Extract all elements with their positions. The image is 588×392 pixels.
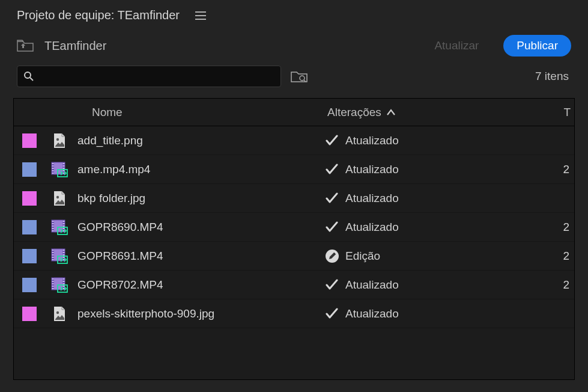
table-header: Nome Alterações T — [14, 99, 574, 126]
status-text: Atualizado — [345, 163, 399, 176]
panel-title: Projeto de equipe: TEamfinder — [17, 8, 180, 22]
status-cell: Atualizado — [325, 278, 553, 292]
check-icon — [325, 221, 339, 233]
svg-rect-10 — [52, 168, 54, 169]
status-cell: Atualizado — [325, 134, 553, 147]
svg-rect-53 — [52, 281, 54, 282]
search-input[interactable] — [39, 71, 274, 82]
status-cell: Atualizado — [325, 192, 553, 205]
panel-header: Projeto de equipe: TEamfinder — [0, 0, 588, 31]
check-icon — [325, 164, 339, 176]
status-text: Atualizado — [345, 192, 399, 205]
svg-rect-57 — [63, 278, 65, 280]
status-cell: Edição — [325, 249, 553, 263]
image-file-icon — [44, 305, 75, 322]
table-row[interactable]: add_title.pngAtualizado — [14, 126, 574, 155]
label-chip[interactable] — [22, 249, 37, 263]
svg-rect-37 — [52, 250, 54, 251]
breadcrumb-project[interactable]: TEamfinder — [44, 39, 106, 53]
status-text: Atualizado — [345, 134, 399, 147]
status-text: Atualizado — [345, 307, 399, 320]
svg-rect-27 — [52, 230, 54, 231]
svg-rect-38 — [52, 252, 54, 253]
svg-rect-40 — [52, 257, 54, 258]
svg-rect-8 — [52, 163, 54, 164]
search-box[interactable] — [17, 66, 281, 87]
label-chip[interactable] — [22, 278, 37, 292]
label-chip[interactable] — [22, 162, 37, 177]
status-text: Atualizado — [345, 221, 399, 234]
column-header-changes[interactable]: Alterações — [325, 106, 553, 119]
item-count: 7 itens — [535, 70, 571, 83]
table-row[interactable]: GOPR8691.MP4Edição2 — [14, 242, 574, 271]
svg-rect-28 — [63, 221, 65, 222]
table-row[interactable]: GOPR8690.MP4Atualizado2 — [14, 213, 574, 242]
video-file-icon — [44, 248, 75, 265]
extra-cell: 2 — [553, 250, 574, 263]
status-cell: Atualizado — [325, 307, 553, 320]
edit-icon — [325, 249, 339, 263]
svg-rect-24 — [52, 223, 54, 224]
status-cell: Atualizado — [325, 163, 553, 176]
table-row[interactable]: pexels-skitterphoto-909.jpgAtualizado — [14, 299, 574, 328]
svg-rect-9 — [52, 165, 54, 167]
svg-rect-60 — [63, 286, 65, 287]
svg-rect-15 — [63, 168, 65, 169]
svg-rect-54 — [52, 283, 54, 284]
publish-button[interactable]: Publicar — [503, 35, 571, 57]
label-chip[interactable] — [22, 220, 37, 234]
extra-cell: 2 — [553, 221, 574, 234]
label-chip[interactable] — [22, 307, 37, 321]
search-icon — [23, 71, 34, 82]
toolbar: TEamfinder Atualizar Publicar — [0, 31, 588, 63]
table-row[interactable]: ame.mp4.mp4Atualizado2 — [14, 155, 574, 184]
status-text: Atualizado — [345, 278, 399, 292]
svg-rect-11 — [52, 170, 54, 171]
svg-point-4 — [56, 138, 59, 140]
extra-cell: 2 — [553, 163, 574, 176]
folder-up-icon[interactable] — [17, 39, 34, 52]
extra-cell: 2 — [553, 278, 574, 292]
table-row[interactable]: GOPR8702.MP4Atualizado2 — [14, 271, 574, 299]
svg-rect-59 — [63, 283, 65, 284]
svg-point-2 — [300, 76, 305, 81]
svg-rect-13 — [63, 163, 65, 164]
svg-rect-16 — [63, 170, 65, 171]
update-button[interactable]: Atualizar — [420, 34, 493, 57]
svg-rect-39 — [52, 254, 54, 256]
new-bin-icon[interactable] — [291, 70, 308, 83]
label-chip[interactable] — [22, 133, 37, 148]
file-name: GOPR8691.MP4 — [75, 250, 325, 263]
svg-rect-31 — [63, 228, 65, 229]
column-header-extra[interactable]: T — [553, 106, 574, 119]
svg-rect-42 — [63, 250, 65, 251]
file-name: ame.mp4.mp4 — [75, 163, 325, 176]
column-header-name-label: Nome — [92, 106, 123, 119]
file-name: bkp folder.jpg — [75, 192, 325, 205]
image-file-icon — [44, 190, 75, 207]
video-file-icon — [44, 277, 75, 293]
panel-menu-icon[interactable] — [195, 11, 206, 20]
svg-rect-26 — [52, 228, 54, 229]
svg-line-1 — [30, 78, 33, 81]
column-header-name[interactable]: Nome — [75, 106, 325, 119]
video-file-icon — [44, 219, 75, 236]
svg-point-19 — [56, 195, 59, 198]
file-name: add_title.png — [75, 134, 325, 147]
check-icon — [325, 135, 339, 147]
search-row: 7 itens — [0, 63, 588, 94]
svg-rect-14 — [63, 165, 65, 167]
svg-rect-44 — [63, 254, 65, 256]
svg-rect-29 — [63, 223, 65, 224]
column-header-extra-label: T — [563, 106, 571, 119]
svg-rect-43 — [63, 252, 65, 253]
svg-rect-56 — [52, 288, 54, 289]
svg-rect-52 — [52, 278, 54, 280]
label-chip[interactable] — [22, 191, 37, 206]
check-icon — [325, 279, 339, 291]
svg-point-63 — [56, 311, 59, 313]
svg-rect-41 — [52, 259, 54, 260]
check-icon — [325, 192, 339, 204]
table-row[interactable]: bkp folder.jpgAtualizado — [14, 184, 574, 213]
svg-rect-58 — [63, 281, 65, 282]
